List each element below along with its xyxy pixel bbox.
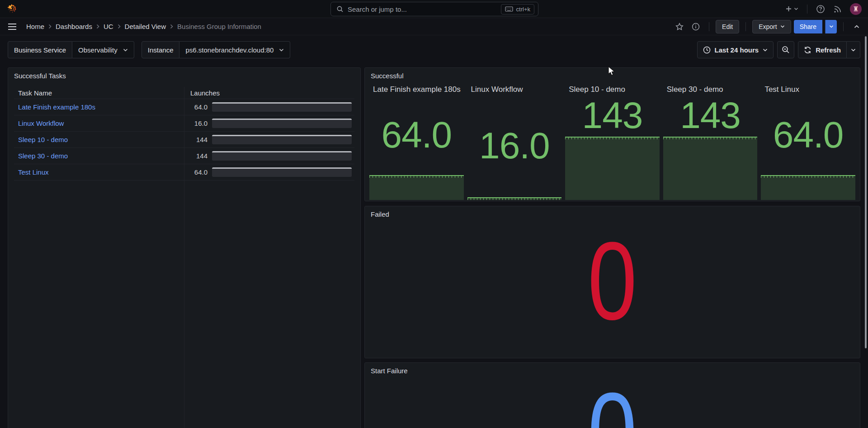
search-input[interactable]: Search or jump to... ctrl+k [330,2,538,16]
refresh-group: Refresh [798,41,860,58]
sparkline-area [369,175,464,200]
stat-linux-workflow: Linux Workflow 16.0 [467,82,562,200]
search-icon [336,5,344,13]
refresh-label: Refresh [816,46,841,54]
dashboard-info-button[interactable] [689,20,703,33]
variable-label: Instance [142,41,180,58]
keyboard-icon [505,6,513,12]
failed-count-value: 0 [415,226,811,337]
refresh-button[interactable]: Refresh [798,41,847,58]
panel-successful-tasks: Successful Tasks Task Name Launches Late… [8,67,361,428]
topnav-actions: ♜ [782,2,862,16]
avatar-castle-icon: ♜ [853,5,859,13]
stat-label: Sleep 10 - demo [565,82,660,94]
instance-select[interactable]: ps6.stonebranchdev.cloud:80 [179,41,290,58]
stat-label: Sleep 30 - demo [663,82,758,94]
task-link[interactable]: Sleep 30 - demo [18,152,68,160]
chevron-down-icon [123,48,128,52]
chevron-right-icon [48,24,52,29]
top-navbar: Search or jump to... ctrl+k [0,0,868,18]
panel-failed: Failed 0 [364,206,860,358]
panel-title[interactable]: Successful [365,68,410,84]
divider [843,22,844,31]
chevron-down-icon [829,25,834,28]
launches-value: 144 [190,136,208,143]
stat-label: Late Finish example 180s [369,82,464,94]
panel-start-failure: Start Failure 0 [364,362,860,428]
time-range-picker[interactable]: Last 24 hours [697,41,774,58]
chevron-right-icon [170,24,173,29]
panel-title[interactable]: Failed [365,206,395,222]
stat-sleep-10-demo: Sleep 10 - demo 143 [565,82,660,200]
news-rss-button[interactable] [830,2,845,16]
divider [709,22,709,31]
stat-tiles: Late Finish example 180s 64.0 Linux Work… [369,82,855,200]
column-divider [184,87,184,428]
grafana-logo-icon[interactable] [6,4,17,14]
launches-gauge [212,151,352,161]
launches-gauge [212,102,352,112]
export-button[interactable]: Export [752,20,791,33]
stat-test-linux: Test Linux 64.0 [761,82,855,200]
launches-gauge [212,119,352,128]
export-button-label: Export [759,23,777,30]
breadcrumb-uc[interactable]: UC [104,23,113,30]
column-header-launches[interactable]: Launches [184,89,354,97]
dashboard-header-bar: Home Dashboards UC Detailed View Busines… [0,18,868,35]
breadcrumb-home[interactable]: Home [26,23,44,30]
dashboard-actions: Edit Export Share [673,20,863,33]
page-scrollbar[interactable] [865,36,867,348]
help-button[interactable] [813,2,828,16]
task-link[interactable]: Linux Workflow [18,119,64,127]
task-link[interactable]: Test Linux [18,168,49,176]
stat-value: 16.0 [467,94,562,197]
dashboard-toolbar: Business Service Observability Instance … [0,41,868,58]
start-failure-count-value: 0 [415,376,811,428]
search-shortcut-badge: ctrl+k [501,4,534,14]
sparkline-area [467,197,562,200]
collapse-toolbar-button[interactable] [850,20,863,33]
column-header-task-name[interactable]: Task Name [14,89,184,97]
variable-value: Observability [78,46,118,54]
chevron-down-icon [279,48,284,52]
breadcrumb-detailed-view[interactable]: Detailed View [125,23,166,30]
stat-value: 143 [565,94,660,137]
share-button[interactable]: Share [794,20,822,33]
breadcrumb-dashboards[interactable]: Dashboards [56,23,92,30]
mega-menu-toggle[interactable] [5,20,20,33]
chevron-down-icon [780,25,785,28]
variable-business-service: Business Service Observability [8,41,134,58]
refresh-interval-dropdown[interactable] [847,41,860,58]
divider [745,22,746,31]
business-service-select[interactable]: Observability [72,41,134,58]
new-menu-button[interactable] [782,2,802,16]
search-placeholder: Search or jump to... [348,5,497,13]
edit-button[interactable]: Edit [716,20,739,33]
stat-label: Test Linux [761,82,855,94]
chevron-right-icon [96,24,99,29]
divider [807,5,807,14]
panel-successful: Successful Late Finish example 180s 64.0… [364,67,860,201]
chevron-right-icon [118,24,121,29]
task-link[interactable]: Sleep 10 - demo [18,136,68,143]
launches-gauge [212,167,352,177]
launches-value: 64.0 [190,168,208,176]
task-link[interactable]: Late Finish example 180s [18,103,95,111]
zoom-out-time-button[interactable] [777,41,794,58]
stat-value: 64.0 [761,94,855,175]
launches-gauge [212,135,352,144]
favorite-star-button[interactable] [673,20,686,33]
sparkline-area [761,175,855,200]
launches-value: 64.0 [190,103,208,111]
stat-late-finish-example-180s: Late Finish example 180s 64.0 [369,82,464,200]
chevron-down-icon [763,48,768,52]
time-controls: Last 24 hours Refresh [697,41,860,58]
panel-title[interactable]: Start Failure [365,363,414,379]
user-avatar[interactable]: ♜ [850,3,862,15]
breadcrumb: Home Dashboards UC Detailed View Busines… [26,23,261,30]
panel-title[interactable]: Successful Tasks [8,68,72,84]
time-range-label: Last 24 hours [715,46,759,54]
chevron-down-icon [851,48,856,52]
dashboard-canvas: Successful Tasks Task Name Launches Late… [0,63,868,428]
share-dropdown-button[interactable] [825,20,837,33]
